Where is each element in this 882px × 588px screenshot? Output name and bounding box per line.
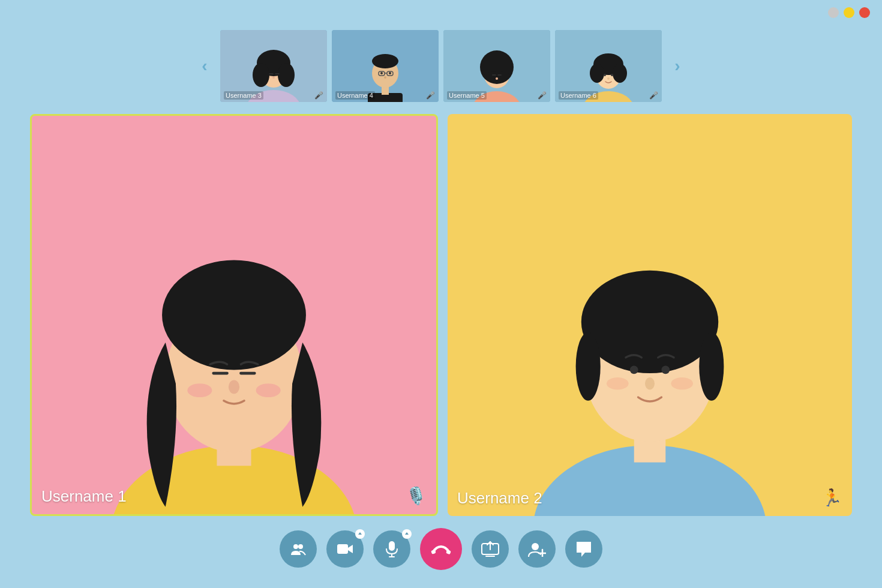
svg-point-57 <box>607 377 629 390</box>
minimize-button[interactable] <box>828 7 839 18</box>
tile-name-2: Username 2 <box>457 489 542 508</box>
mic-icon: 🎙️ <box>406 486 427 506</box>
svg-rect-62 <box>389 541 395 551</box>
svg-point-18 <box>389 72 391 74</box>
svg-point-8 <box>272 76 275 79</box>
svg-point-51 <box>581 271 718 373</box>
share-screen-button[interactable] <box>472 530 509 568</box>
person-icon: 🏃 <box>821 488 842 508</box>
svg-point-44 <box>229 380 239 394</box>
svg-point-34 <box>604 74 606 76</box>
prev-arrow[interactable]: ‹ <box>194 55 215 77</box>
svg-point-13 <box>372 54 398 68</box>
end-call-button[interactable] <box>420 528 462 570</box>
svg-point-45 <box>187 383 212 397</box>
thumb-name-4: Username 4 <box>335 91 375 100</box>
main-container: ‹ <box>30 30 852 576</box>
thumbnail-card[interactable]: Username 5 🎤 <box>443 30 550 102</box>
chat-icon <box>575 541 592 557</box>
toolbar <box>30 528 852 576</box>
svg-point-60 <box>298 544 303 549</box>
svg-point-56 <box>645 377 655 390</box>
video-tile-1[interactable]: Username 1 🎙️ <box>30 114 438 516</box>
add-user-icon <box>528 541 546 557</box>
mic-badge <box>402 529 412 539</box>
svg-point-35 <box>611 74 613 76</box>
thumbnail-strip: ‹ <box>30 30 852 102</box>
maximize-button[interactable] <box>844 7 854 18</box>
thumb-name-6: Username 6 <box>559 91 598 100</box>
thumb-name-5: Username 5 <box>447 91 487 100</box>
video-tile-2[interactable]: Username 2 🏃 <box>448 114 852 516</box>
participants-button[interactable] <box>280 530 317 568</box>
svg-point-33 <box>613 64 627 83</box>
thumb-mic-4: 🎤 <box>426 91 435 100</box>
svg-point-19 <box>384 76 386 79</box>
svg-point-4 <box>253 63 269 87</box>
participants-icon <box>290 541 307 557</box>
svg-point-17 <box>380 72 383 74</box>
mic-button[interactable] <box>373 530 410 568</box>
end-call-icon <box>431 543 451 555</box>
svg-point-41 <box>162 260 306 370</box>
svg-point-46 <box>256 383 281 397</box>
svg-point-36 <box>607 77 610 80</box>
camera-badge <box>355 529 365 539</box>
thumb-name-3: Username 3 <box>224 91 263 100</box>
thumb-mic-3: 🎤 <box>314 91 323 100</box>
video-grid: Username 1 🎙️ <box>30 114 852 516</box>
tile-name-1: Username 1 <box>41 487 127 506</box>
share-icon <box>481 541 499 557</box>
thumbnail-card[interactable]: Username 3 🎤 <box>220 30 327 102</box>
thumbnail-card[interactable]: Username 6 🎤 <box>555 30 662 102</box>
camera-button[interactable] <box>326 530 364 568</box>
svg-point-59 <box>293 544 298 549</box>
mic-icon <box>385 541 398 557</box>
add-user-button[interactable] <box>518 530 556 568</box>
svg-point-5 <box>278 63 295 87</box>
svg-point-32 <box>590 64 604 83</box>
chat-button[interactable] <box>565 530 602 568</box>
close-button[interactable] <box>859 7 870 18</box>
thumbnails-row: Username 3 🎤 <box>220 30 662 102</box>
svg-point-52 <box>576 332 601 401</box>
camera-icon <box>337 542 353 556</box>
svg-point-58 <box>671 377 693 390</box>
svg-point-54 <box>630 366 638 374</box>
svg-point-55 <box>661 366 670 374</box>
thumb-mic-6: 🎤 <box>649 91 658 100</box>
thumb-mic-5: 🎤 <box>538 91 547 100</box>
next-arrow[interactable]: › <box>667 55 688 77</box>
svg-point-27 <box>496 77 498 80</box>
svg-point-53 <box>699 332 724 401</box>
svg-rect-61 <box>337 544 348 554</box>
thumbnail-card[interactable]: Username 4 🎤 <box>332 30 439 102</box>
svg-point-69 <box>532 543 539 550</box>
window-controls <box>828 7 870 18</box>
